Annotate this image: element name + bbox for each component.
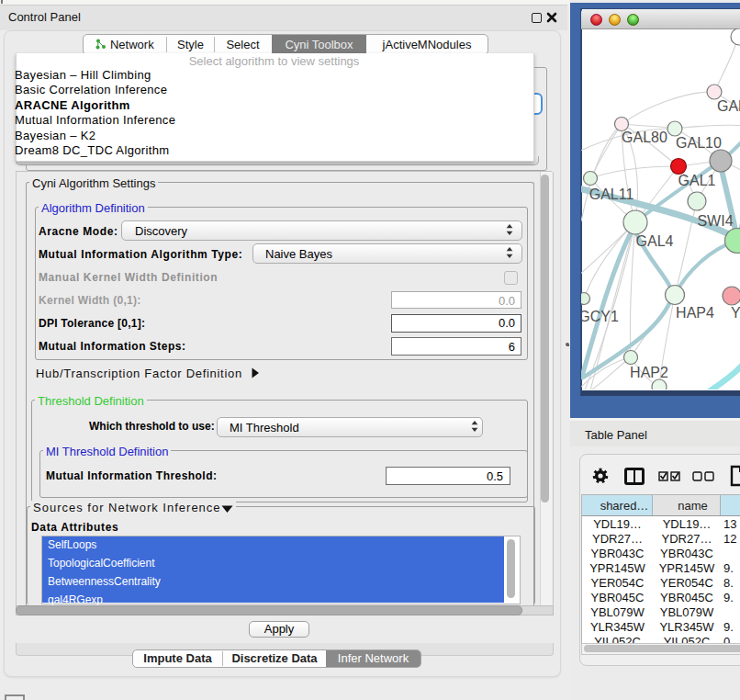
svg-text:GAL4: GAL4 — [636, 233, 674, 249]
svg-text:GAL10: GAL10 — [676, 135, 722, 151]
svg-text:GAL80: GAL80 — [622, 130, 667, 145]
svg-text:HAP4: HAP4 — [676, 305, 714, 321]
svg-text:GAL1: GAL1 — [678, 173, 716, 188]
svg-text:HAP2: HAP2 — [630, 365, 668, 380]
svg-text:GCY1: GCY1 — [581, 309, 619, 324]
svg-text:GAL: GAL — [717, 98, 740, 114]
svg-text:SWI4: SWI4 — [697, 213, 733, 229]
svg-text:GAL11: GAL11 — [589, 186, 634, 202]
svg-text:Y: Y — [731, 305, 740, 321]
